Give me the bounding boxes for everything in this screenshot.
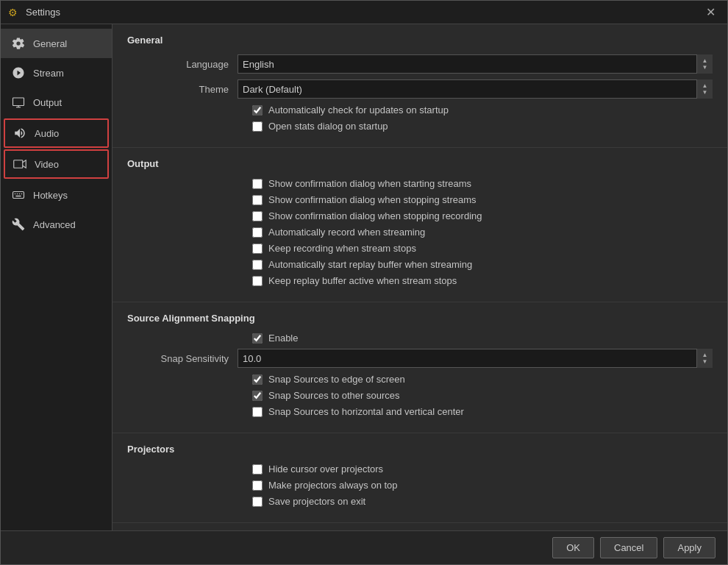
video-icon xyxy=(13,157,27,171)
sidebar-item-general[interactable]: General xyxy=(1,29,112,58)
snap-edge-checkbox[interactable] xyxy=(252,374,263,385)
hide-cursor-checkbox[interactable] xyxy=(252,464,263,475)
apply-button[interactable]: Apply xyxy=(663,537,715,558)
sidebar-item-stream[interactable]: Stream xyxy=(1,58,112,88)
snap-up-arrow[interactable]: ▲ xyxy=(702,352,708,358)
svg-rect-0 xyxy=(13,98,24,106)
save-on-exit-row: Save projectors on exit xyxy=(127,496,713,507)
sidebar-item-output[interactable]: Output xyxy=(1,88,112,117)
svg-rect-4 xyxy=(13,192,24,199)
language-select[interactable]: English xyxy=(238,54,713,74)
auto-replay-row: Automatically start replay buffer when s… xyxy=(127,259,713,270)
auto-check-updates-row: Automatically check for updates on start… xyxy=(127,104,713,116)
snap-sensitivity-row: Snap Sensitivity ▲ ▼ xyxy=(127,349,713,368)
main-panel: General Language English ▲ ▼ Theme xyxy=(113,24,727,530)
content-area: General Stream xyxy=(1,24,727,530)
keep-recording-checkbox[interactable] xyxy=(252,244,263,254)
confirm-stop-recording-row: Show confirmation dialog when stopping r… xyxy=(127,210,713,221)
cancel-button[interactable]: Cancel xyxy=(600,537,657,558)
hotkeys-icon xyxy=(11,188,26,202)
close-button[interactable]: ✕ xyxy=(702,4,720,21)
output-section-title: Output xyxy=(127,158,713,169)
open-stats-dialog-row: Open stats dialog on startup xyxy=(127,121,713,132)
snap-sensitivity-spinbox: ▲ ▼ xyxy=(238,349,713,368)
hide-cursor-row: Hide cursor over projectors xyxy=(127,463,713,475)
theme-label: Theme xyxy=(149,84,238,95)
sidebar-item-stream-label: Stream xyxy=(33,68,64,79)
theme-select[interactable]: Dark (Default) xyxy=(238,79,713,99)
sidebar-item-video[interactable]: Video xyxy=(4,149,109,179)
snap-sources-checkbox[interactable] xyxy=(252,391,263,401)
confirm-stop-streams-row: Show confirmation dialog when stopping s… xyxy=(127,194,713,205)
theme-select-wrapper: Dark (Default) ▲ ▼ xyxy=(238,79,713,99)
advanced-icon xyxy=(11,217,26,232)
snap-down-arrow[interactable]: ▼ xyxy=(702,359,708,365)
always-on-top-row: Make projectors always on top xyxy=(127,480,713,491)
sidebar-item-advanced[interactable]: Advanced xyxy=(1,210,112,239)
output-icon xyxy=(11,95,26,110)
auto-check-updates-checkbox[interactable] xyxy=(252,105,263,116)
sidebar: General Stream xyxy=(1,24,113,530)
keep-recording-row: Keep recording when stream stops xyxy=(127,243,713,254)
snapping-enable-label: Enable xyxy=(268,333,298,344)
sidebar-item-advanced-label: Advanced xyxy=(33,219,76,230)
snap-sensitivity-input[interactable] xyxy=(238,349,713,368)
theme-row: Theme Dark (Default) ▲ ▼ xyxy=(127,79,713,99)
titlebar: ⚙ Settings ✕ xyxy=(1,1,727,24)
snap-center-label: Snap Sources to horizontal and vertical … xyxy=(268,406,464,417)
snapping-section-title: Source Alignment Snapping xyxy=(127,313,713,324)
save-on-exit-checkbox[interactable] xyxy=(252,497,263,507)
snap-edge-label: Snap Sources to edge of screen xyxy=(268,374,405,385)
titlebar-title: Settings xyxy=(26,7,702,18)
language-select-wrapper: English ▲ ▼ xyxy=(238,54,713,74)
confirm-start-streams-row: Show confirmation dialog when starting s… xyxy=(127,178,713,189)
general-section-title: General xyxy=(127,35,713,46)
snapping-enable-checkbox[interactable] xyxy=(252,333,263,344)
save-on-exit-label: Save projectors on exit xyxy=(268,496,365,507)
confirm-stop-streams-label: Show confirmation dialog when stopping s… xyxy=(268,194,477,205)
sidebar-item-output-label: Output xyxy=(33,97,62,108)
ok-button[interactable]: OK xyxy=(552,537,594,558)
snap-sources-row: Snap Sources to other sources xyxy=(127,390,713,401)
snap-sensitivity-label: Snap Sensitivity xyxy=(149,353,238,364)
always-on-top-checkbox[interactable] xyxy=(252,480,263,491)
snap-edge-row: Snap Sources to edge of screen xyxy=(127,374,713,385)
snap-center-row: Snap Sources to horizontal and vertical … xyxy=(127,406,713,417)
svg-rect-3 xyxy=(14,160,23,168)
gear-icon xyxy=(11,36,26,51)
sidebar-item-hotkeys[interactable]: Hotkeys xyxy=(1,180,112,210)
sidebar-item-hotkeys-label: Hotkeys xyxy=(33,190,68,201)
auto-replay-checkbox[interactable] xyxy=(252,260,263,270)
keep-replay-label: Keep replay buffer active when stream st… xyxy=(268,275,457,286)
confirm-start-streams-checkbox[interactable] xyxy=(252,179,263,189)
open-stats-dialog-checkbox[interactable] xyxy=(252,121,263,132)
keep-replay-checkbox[interactable] xyxy=(252,276,263,286)
projectors-section-title: Projectors xyxy=(127,444,713,455)
confirm-stop-streams-checkbox[interactable] xyxy=(252,195,263,205)
general-section: General Language English ▲ ▼ Theme xyxy=(113,24,727,148)
language-label: Language xyxy=(149,59,238,70)
snap-sensitivity-arrows: ▲ ▼ xyxy=(696,349,713,368)
stream-icon xyxy=(11,65,26,80)
language-row: Language English ▲ ▼ xyxy=(127,54,713,74)
auto-record-streaming-checkbox[interactable] xyxy=(252,227,263,238)
confirm-stop-recording-label: Show confirmation dialog when stopping r… xyxy=(268,210,482,221)
snap-center-checkbox[interactable] xyxy=(252,407,263,417)
keep-replay-row: Keep replay buffer active when stream st… xyxy=(127,275,713,286)
open-stats-dialog-label: Open stats dialog on startup xyxy=(268,121,388,132)
keep-recording-label: Keep recording when stream stops xyxy=(268,243,416,254)
titlebar-icon: ⚙ xyxy=(8,7,20,18)
output-section: Output Show confirmation dialog when sta… xyxy=(113,148,727,302)
snapping-enable-row: Enable xyxy=(127,333,713,344)
sidebar-item-video-label: Video xyxy=(35,159,59,170)
snapping-section: Source Alignment Snapping Enable Snap Se… xyxy=(113,302,727,433)
confirm-stop-recording-checkbox[interactable] xyxy=(252,211,263,221)
hide-cursor-label: Hide cursor over projectors xyxy=(268,463,383,475)
auto-replay-label: Automatically start replay buffer when s… xyxy=(268,259,472,270)
confirm-start-streams-label: Show confirmation dialog when starting s… xyxy=(268,178,471,189)
always-on-top-label: Make projectors always on top xyxy=(268,480,398,491)
footer: OK Cancel Apply xyxy=(1,530,727,564)
projectors-section: Projectors Hide cursor over projectors M… xyxy=(113,433,727,523)
sidebar-item-audio[interactable]: Audio xyxy=(4,118,109,148)
sidebar-item-general-label: General xyxy=(33,38,67,49)
